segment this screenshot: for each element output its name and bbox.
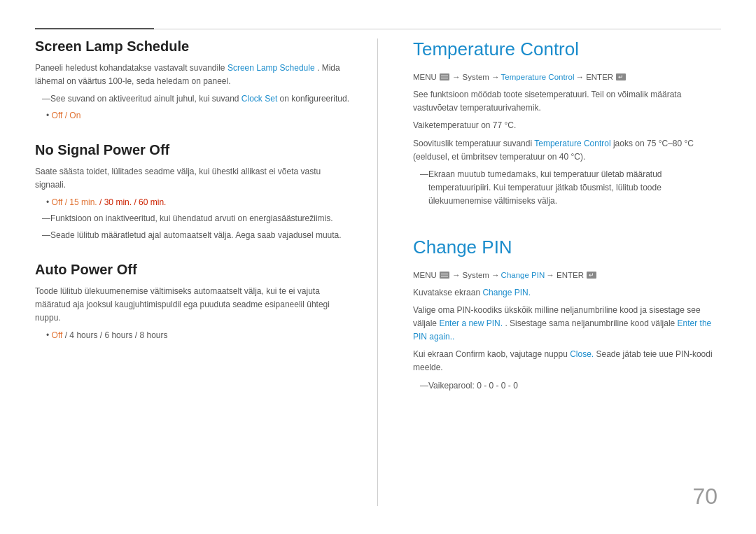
auto-power-bullet1: Off / 4 hours / 6 hours / 8 hours (46, 329, 349, 342)
top-bar-dark (35, 28, 154, 29)
no-signal-title: No Signal Power Off (35, 142, 349, 158)
auto-power-desc: Toode lülitub ülekuumenemise vältimiseks… (35, 285, 349, 325)
temperature-title: Temperature Control (413, 38, 721, 60)
change-pin-menu-link: Change PIN (501, 271, 545, 279)
no-signal-section: No Signal Power Off Saate säästa toidet,… (35, 142, 349, 242)
temperature-menu-path: MENU → System → Temperature Control → EN… (413, 73, 721, 81)
menu-icon-2 (440, 272, 449, 279)
temp-desc1: See funktsioon möödab toote sisetemperat… (413, 88, 721, 115)
temp-desc2: Vaiketemperatuur on 77 °C. (413, 119, 721, 132)
temp-dash1: Ekraan muutub tumedamaks, kui temperatuu… (420, 168, 721, 209)
pin-default: Vaikeparool: 0 - 0 - 0 - 0 (420, 379, 721, 393)
enter-icon-2: ↵ (587, 272, 596, 279)
screen-lamp-section: Screen Lamp Schedule Paneeli heledust ko… (35, 38, 349, 122)
temperature-section: Temperature Control MENU → System → Temp… (413, 38, 721, 209)
no-signal-desc: Saate säästa toidet, lülitades seadme vä… (35, 165, 349, 192)
temperature-menu-link: Temperature Control (501, 73, 575, 81)
right-column: Temperature Control MENU → System → Temp… (378, 38, 721, 506)
pin-desc2: Valige oma PIN-koodiks ükskõik milline n… (413, 304, 721, 344)
top-bar-light (154, 29, 721, 29)
pin-desc1: Kuvatakse ekraan Change PIN. (413, 286, 721, 300)
page-number: 70 (692, 484, 718, 510)
temp-control-link: Temperature Control (534, 139, 610, 148)
screen-lamp-bullet1: Off / On (46, 109, 349, 122)
no-signal-dash1: Funktsioon on inaktiveeritud, kui ühenda… (42, 212, 349, 225)
auto-power-title: Auto Power Off (35, 262, 349, 278)
screen-lamp-dash1: See suvand on aktiveeritud ainult juhul,… (42, 92, 349, 106)
change-pin-section: Change PIN MENU → System → Change PIN → … (413, 237, 721, 393)
menu-icon (440, 73, 449, 80)
auto-power-section: Auto Power Off Toode lülitub ülekuumenem… (35, 262, 349, 343)
enter-icon: ↵ (616, 73, 626, 80)
change-pin-link: Change PIN. (482, 288, 531, 297)
left-column: Screen Lamp Schedule Paneeli heledust ko… (35, 38, 378, 506)
no-signal-dash2: Seade lülitub määratletud ajal automaats… (42, 229, 349, 242)
change-pin-title: Change PIN (413, 237, 721, 258)
clock-set-link: Clock Set (241, 94, 277, 104)
pin-desc3: Kui ekraan Confirm kaob, vajutage nuppu … (413, 348, 721, 374)
screen-lamp-desc: Paneeli heledust kohandatakse vastavalt … (35, 62, 349, 88)
change-pin-menu-path: MENU → System → Change PIN → ENTER ↵ (413, 271, 721, 279)
close-link: Close. (570, 349, 594, 359)
screen-lamp-title: Screen Lamp Schedule (35, 38, 349, 55)
screen-lamp-link: Screen Lamp Schedule (227, 63, 315, 73)
no-signal-bullet1: Off / 15 min. / 30 min. / 60 min. (46, 196, 349, 209)
enter-new-pin-link: Enter a new PIN. (439, 318, 503, 328)
top-bar (35, 28, 721, 29)
temp-desc3: Soovituslik temperatuur suvandi Temperat… (413, 137, 721, 164)
